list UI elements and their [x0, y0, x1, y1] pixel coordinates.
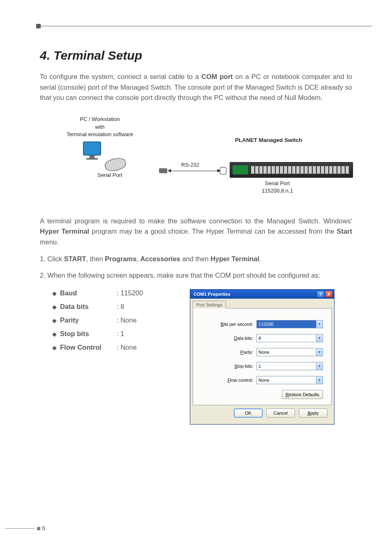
section-heading: 4. Terminal Setup — [40, 49, 352, 63]
label-stop-bits: Stop bits: — [216, 364, 253, 369]
bullet-diamond-icon: ◆ — [52, 331, 57, 337]
lbl-post: low control: — [230, 378, 253, 383]
chevron-down-icon: ▼ — [316, 334, 323, 342]
label-bits-per-second: Bits per second: — [216, 322, 253, 327]
tab-port-settings[interactable]: Port Settings — [193, 301, 226, 309]
row-parity: Parity: None ▼ — [201, 348, 323, 356]
config-stopbits: ◆ Stop bits : 1 — [52, 330, 178, 338]
switch-icon — [230, 162, 353, 178]
s1-post: . — [259, 255, 261, 262]
row-stop-bits: Stop bits: 1 ▼ — [201, 362, 323, 370]
switch-sp-params: 115200,8,n,1 — [262, 188, 293, 194]
chevron-down-icon: ▼ — [316, 376, 323, 384]
dialog-body: Port Settings Bits per second: 115200 ▼ … — [190, 299, 334, 424]
config-databits: ◆ Data bits : 8 — [52, 303, 178, 311]
label-flow-control: Flow control: — [216, 378, 253, 383]
bullet-diamond-icon: ◆ — [52, 290, 57, 297]
switch-led-panel-icon — [233, 165, 248, 174]
combo-stop-bits[interactable]: 1 ▼ — [256, 362, 323, 370]
s1-pre: 1. Click — [40, 255, 64, 262]
combo-value: None — [258, 378, 269, 383]
restore-row: Restore Defaults — [201, 390, 323, 399]
switch-ports-icon — [250, 166, 350, 174]
help-button[interactable]: ? — [317, 291, 324, 297]
t: estore Defaults — [289, 392, 319, 397]
s1-accessories: Accessories — [141, 255, 180, 262]
lbl-post: its per second: — [224, 322, 253, 327]
combo-value: 1 — [258, 364, 261, 369]
monitor-base-icon — [86, 158, 98, 160]
s1-start: START — [64, 255, 86, 262]
config-value: : 1 — [117, 330, 124, 338]
restore-defaults-button[interactable]: Restore Defaults — [282, 390, 323, 399]
close-button[interactable]: X — [325, 291, 332, 297]
dialog-footer: OK Cancel Apply — [193, 405, 332, 422]
tab-panel: Bits per second: 115200 ▼ Data bits: 8 ▼ — [193, 308, 332, 405]
config-label: Data bits — [60, 303, 117, 311]
pc-label-line3: Terminal emulation software — [67, 131, 133, 137]
combo-value: 115200 — [258, 322, 274, 327]
p2-pre: A terminal program is required to make t… — [40, 217, 352, 225]
s1-programs: Programs — [105, 255, 136, 262]
row-flow-control: Flow control: None ▼ — [201, 376, 323, 384]
switch-title: PLANET Managed Switch — [235, 137, 302, 143]
page-content: 4. Terminal Setup To configure the syste… — [40, 49, 352, 425]
cancel-button[interactable]: Cancel — [266, 408, 295, 418]
com1-properties-dialog: COM1 Properties ? X Port Settings Bits p… — [190, 289, 334, 425]
label-data-bits: Data bits: — [216, 336, 253, 341]
dialog-title-text: COM1 Properties — [194, 292, 230, 297]
p2-start: Start — [337, 227, 352, 235]
u: R — [286, 392, 289, 397]
bullet-diamond-icon: ◆ — [52, 344, 57, 351]
lbl-post: top bits: — [237, 364, 253, 369]
connector-right-icon — [220, 167, 226, 174]
s1-m3: and then — [180, 255, 210, 262]
step-1: 1. Click START, then Programs, Accessori… — [40, 254, 352, 265]
row-bits-per-second: Bits per second: 115200 ▼ — [201, 320, 323, 328]
combo-flow-control[interactable]: None ▼ — [256, 376, 323, 384]
config-flowcontrol: ◆ Flow Control : None — [52, 343, 178, 351]
intro-paragraph: To configure the system, connect a seria… — [40, 72, 352, 103]
s1-hyper: Hyper Terminal — [210, 255, 259, 262]
u: A — [307, 411, 310, 415]
dialog-titlebar: COM1 Properties ? X — [190, 290, 334, 299]
intro-com-port: COM port — [201, 73, 233, 80]
switch-sp-label: Serial Port — [265, 180, 290, 186]
ok-button[interactable]: OK — [234, 408, 263, 418]
config-parity: ◆ Parity : None — [52, 316, 178, 324]
step-2: 2. When the following screen appears, ma… — [40, 270, 352, 281]
monitor-screen-icon — [83, 142, 101, 155]
serial-cable-icon — [104, 156, 127, 173]
chevron-down-icon: ▼ — [316, 348, 323, 356]
config-row: ◆ Baud : 115200 ◆ Data bits : 8 ◆ Parity… — [40, 289, 352, 425]
p2-hyper-terminal: Hyper Terminal — [40, 227, 89, 235]
config-label: Baud — [60, 289, 117, 297]
s1-m2: , — [136, 255, 140, 262]
p2-mid: program may be a good choice. The Hyper … — [89, 227, 337, 235]
apply-button[interactable]: Apply — [299, 408, 327, 418]
double-arrow-icon — [168, 171, 220, 171]
config-label: Flow Control — [60, 343, 117, 351]
chevron-down-icon: ▼ — [316, 320, 323, 328]
pc-label: PC / Workstation with Terminal emulation… — [55, 116, 145, 139]
s1-m1: , then — [86, 255, 105, 262]
switch-serial-info: Serial Port 115200,8,n,1 — [262, 180, 293, 195]
config-baud: ◆ Baud : 115200 — [52, 289, 178, 297]
connection-diagram: PC / Workstation with Terminal emulation… — [40, 116, 352, 202]
pc-icon — [83, 142, 101, 160]
para-terminal-program: A terminal program is required to make t… — [40, 216, 352, 248]
lbl-post: arity: — [243, 350, 253, 355]
lbl-post: ata bits: — [237, 336, 253, 341]
combo-bits-per-second[interactable]: 115200 ▼ — [256, 320, 323, 328]
pc-label-line2: with — [95, 124, 104, 130]
t: pply — [311, 411, 319, 415]
config-list: ◆ Baud : 115200 ◆ Data bits : 8 ◆ Parity… — [40, 289, 178, 425]
bullet-diamond-icon: ◆ — [52, 317, 57, 324]
page-number-value: 6 — [42, 525, 45, 531]
label-parity: Parity: — [216, 350, 253, 355]
config-label: Stop bits — [60, 330, 117, 338]
chevron-down-icon: ▼ — [316, 362, 323, 370]
header-marker — [36, 24, 41, 28]
combo-data-bits[interactable]: 8 ▼ — [256, 334, 323, 342]
combo-parity[interactable]: None ▼ — [256, 348, 323, 356]
